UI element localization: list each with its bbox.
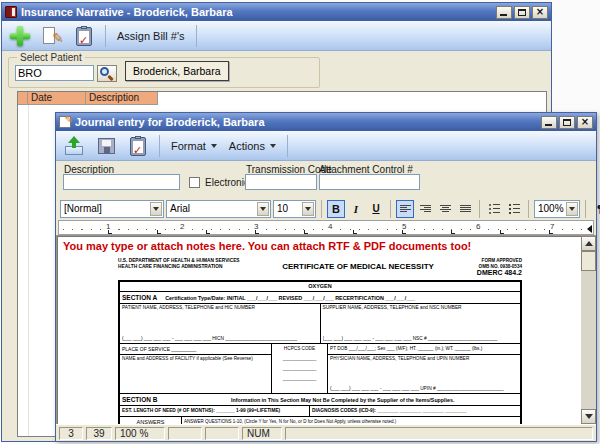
- combo-arrow-icon[interactable]: [150, 202, 162, 216]
- ruler-tab-stop[interactable]: [304, 230, 308, 234]
- form-number: DMERC 484.2: [448, 269, 522, 278]
- document-page[interactable]: You may type or attach notes here. You c…: [57, 236, 582, 424]
- combo-arrow-icon[interactable]: [257, 202, 269, 216]
- ruler-tab-stop[interactable]: [353, 230, 357, 234]
- grid-selector-column-line: [28, 105, 29, 436]
- zoom-combobox[interactable]: 100%: [534, 200, 580, 218]
- grid-selector-column-header[interactable]: [18, 92, 28, 105]
- italic-button[interactable]: I: [347, 200, 365, 218]
- select-patient-groupbox: Select Patient Broderick, Barbara: [8, 57, 320, 88]
- description-input[interactable]: [63, 174, 180, 190]
- select-patient-label: Select Patient: [17, 52, 85, 63]
- journal-minimize-button[interactable]: [541, 116, 557, 129]
- journal-maximize-button[interactable]: [559, 116, 575, 129]
- actions-menu-button[interactable]: Actions: [225, 140, 280, 152]
- ruler-tab-stop[interactable]: [402, 230, 406, 234]
- insurance-close-button[interactable]: ×: [532, 6, 548, 19]
- supplier-cell-label: SUPPLIER NAME, ADDRESS, TELEPHONE and NS…: [323, 305, 462, 310]
- journal-fields-panel: Description Electronic Transmission Code…: [56, 161, 596, 197]
- patient-search-button[interactable]: [97, 65, 117, 82]
- selected-patient-button[interactable]: Broderick, Barbara: [125, 61, 229, 81]
- scrollbar-thumb[interactable]: [581, 251, 596, 271]
- bullet-list-button[interactable]: [485, 200, 503, 218]
- arrow-up-icon: [585, 241, 593, 246]
- hcpcs-label: HCPCS CODE: [272, 344, 327, 351]
- show-paragraph-marks-button[interactable]: ¶: [591, 200, 600, 218]
- bullet-list-icon: [489, 204, 500, 214]
- ruler-tab-stop[interactable]: [206, 230, 210, 234]
- align-justify-button[interactable]: [456, 200, 474, 218]
- patient-dob-cell: PT DOB ___/___/___; Sex ___ (M/F); HT. _…: [328, 344, 520, 355]
- align-center-icon: [440, 205, 451, 212]
- hcpcs-blank-line: ____________: [272, 356, 327, 361]
- underline-button[interactable]: U: [367, 200, 385, 218]
- vertical-scrollbar[interactable]: [581, 236, 596, 424]
- font-size-combobox[interactable]: 10: [273, 200, 316, 218]
- ruler-tab-stop[interactable]: [157, 230, 161, 234]
- status-bar: 3 39 100 % NUM: [56, 424, 596, 441]
- journal-close-button[interactable]: ×: [577, 116, 593, 129]
- toolbar-separator: [196, 25, 197, 47]
- ruler-tab-stop[interactable]: [108, 230, 112, 234]
- ruler-right-margin-icon[interactable]: [583, 225, 592, 233]
- paragraph-style-combobox[interactable]: [Normal]: [60, 200, 164, 218]
- attachment-control-input[interactable]: [319, 174, 420, 190]
- ruler-tab-stop[interactable]: [255, 230, 259, 234]
- ruler-tab-stop[interactable]: [451, 230, 455, 234]
- import-file-button[interactable]: [60, 133, 88, 159]
- format-menu-button[interactable]: Format: [167, 140, 221, 152]
- answers-row: ANSWERS ANSWER QUESTIONS 1-10, (Circle Y…: [120, 417, 520, 424]
- journal-app-icon: ✎: [59, 116, 71, 128]
- status-cell-empty: [205, 427, 239, 440]
- section-b-row: SECTION B Information in This Section Ma…: [120, 394, 520, 406]
- verify-button[interactable]: ✓: [124, 133, 152, 159]
- verify-narrative-button[interactable]: ✓: [70, 23, 98, 49]
- patient-cell-label: PATIENT NAME, ADDRESS, TELEPHONE and HIC…: [122, 305, 255, 310]
- diagnosis-codes-cell: DIAGNOSIS CODES (ICD-9): ________ ______…: [310, 406, 520, 416]
- add-narrative-button[interactable]: [6, 23, 34, 49]
- grid-column-header-date[interactable]: Date: [28, 92, 86, 105]
- insurance-minimize-button[interactable]: [496, 6, 512, 19]
- scroll-up-button[interactable]: [581, 236, 596, 251]
- edit-narrative-button[interactable]: ✎: [38, 23, 66, 49]
- status-cell-line: 3: [59, 427, 83, 440]
- section-b-label: SECTION B: [122, 396, 157, 403]
- ruler-tab-stop[interactable]: [500, 230, 504, 234]
- grid-column-header-description[interactable]: Description: [86, 92, 158, 105]
- toolbar-separator: [287, 135, 288, 157]
- numbered-list-button[interactable]: [505, 200, 523, 218]
- place-of-service-cell: PLACE OF SERVICE _________: [120, 344, 271, 355]
- minimize-icon: [545, 124, 552, 126]
- align-center-button[interactable]: [436, 200, 454, 218]
- status-cell-empty: [168, 427, 202, 440]
- save-button[interactable]: [92, 133, 120, 159]
- minimize-icon: [500, 14, 507, 16]
- insurance-window-title: Insurance Narrative - Broderick, Barbara: [21, 6, 233, 18]
- combo-arrow-icon[interactable]: [302, 202, 314, 216]
- electronic-checkbox[interactable]: [189, 177, 200, 188]
- cmn-form: U.S. DEPARTMENT OF HEALTH & HUMAN SERVIC…: [118, 258, 522, 424]
- insurance-maximize-button[interactable]: [514, 6, 530, 19]
- est-length-cell: EST. LENGTH OF NEED (# OF MONTHS): _____…: [120, 406, 310, 416]
- align-left-icon: [400, 205, 411, 212]
- journal-titlebar[interactable]: ✎ Journal entry for Broderick, Barbara ×: [56, 113, 596, 131]
- scroll-down-button[interactable]: [581, 409, 596, 424]
- assign-bill-numbers-button[interactable]: Assign Bill #'s: [113, 30, 189, 42]
- ruler-tab-stop[interactable]: [549, 230, 553, 234]
- est-length-row: EST. LENGTH OF NEED (# OF MONTHS): _____…: [120, 406, 520, 417]
- cmn-form-header: U.S. DEPARTMENT OF HEALTH & HUMAN SERVIC…: [118, 258, 522, 278]
- pt-physician-column: PT DOB ___/___/___; Sex ___ (M/F); HT. _…: [328, 344, 520, 393]
- insurance-app-icon: [5, 6, 17, 18]
- insurance-titlebar[interactable]: Insurance Narrative - Broderick, Barbara…: [2, 3, 551, 21]
- insurance-toolbar: ✎ ✓ Assign Bill #'s: [2, 21, 551, 51]
- ruler[interactable]: 12345678: [58, 220, 594, 235]
- combo-arrow-icon[interactable]: [566, 202, 578, 216]
- font-combobox[interactable]: Arial: [166, 200, 271, 218]
- transmission-code-input[interactable]: [245, 174, 317, 190]
- patient-search-input[interactable]: [15, 65, 94, 81]
- align-right-button[interactable]: [416, 200, 434, 218]
- editor-note-text: You may type or attach notes here. You c…: [63, 240, 471, 252]
- hcpcs-blank-line: ____________: [272, 376, 327, 381]
- align-left-button[interactable]: [396, 200, 414, 218]
- bold-button[interactable]: B: [327, 200, 345, 218]
